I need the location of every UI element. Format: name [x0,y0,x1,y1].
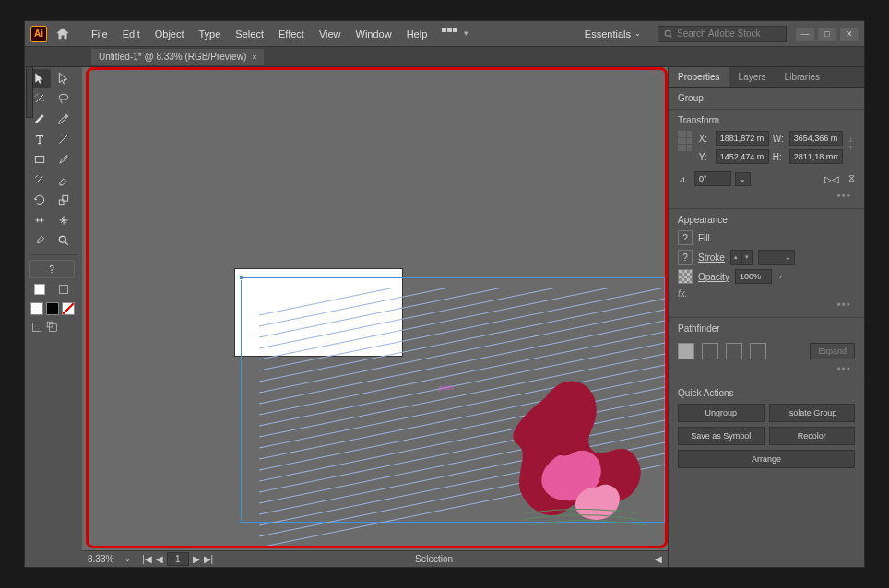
arrange-docs-icon[interactable] [442,28,460,41]
flip-h-icon[interactable]: ▷◁ [824,174,839,184]
flip-v-icon[interactable]: ⧖ [848,173,855,184]
stroke-weight-stepper[interactable]: ▴▾ [730,250,753,265]
stroke-weight-dropdown[interactable]: ⌄ [758,250,795,265]
lasso-tool[interactable] [53,89,75,108]
rotate-tool[interactable] [29,191,51,209]
menu-window[interactable]: Window [349,25,399,43]
eraser-tool[interactable] [53,171,75,189]
selection-section: Group [669,88,864,110]
opacity-chevron-icon[interactable]: › [777,271,784,283]
none-swatch[interactable] [62,302,75,315]
link-wh-icon[interactable] [847,131,855,157]
line-tool[interactable] [53,130,75,148]
edit-toolbar[interactable]: ? [29,260,75,278]
stroke-label[interactable]: Stroke [698,253,725,263]
recolor-button[interactable]: Recolor [769,427,856,445]
minimize-button[interactable]: — [796,28,814,41]
app-logo[interactable]: Ai [30,26,47,42]
eyedropper-tool[interactable] [29,231,51,250]
workspace-switcher[interactable]: Essentials ⌄ [577,29,648,40]
gradient-swatch[interactable] [46,302,59,315]
close-button[interactable]: ✕ [840,28,859,41]
artboard-nav: |◀ ◀ 1 ▶ ▶| [142,552,213,566]
free-transform-tool[interactable] [53,211,75,229]
fill-swatch[interactable]: ? [678,230,693,245]
search-icon [664,29,673,39]
home-icon[interactable] [54,26,71,42]
y-input[interactable] [716,149,769,164]
search-input[interactable]: Search Adobe Stock [658,26,787,42]
artboard-number[interactable]: 1 [167,552,189,566]
menu-file[interactable]: File [84,25,115,43]
draw-normal[interactable] [30,321,43,334]
canvas-area[interactable]: path 8.33% ⌄ |◀ ◀ 1 ▶ ▶| Selection ◀ [82,67,668,567]
status-mode: Selection [415,554,453,564]
maximize-button[interactable]: □ [818,28,836,41]
first-artboard[interactable]: |◀ [142,554,152,564]
properties-panel: Properties Layers Libraries Group Transf… [668,67,864,567]
document-tab[interactable]: Untitled-1* @ 8.33% (RGB/Preview) × [91,49,264,65]
expand-button: Expand [810,343,855,359]
minus-front-icon[interactable] [702,343,718,359]
more-options-icon[interactable]: ••• [678,190,855,203]
selection-anchor[interactable] [239,276,243,280]
curvature-tool[interactable] [53,110,75,128]
draw-behind[interactable] [46,321,59,334]
shaper-tool[interactable] [29,171,51,189]
h-input[interactable] [789,149,843,164]
opacity-input[interactable] [735,269,772,284]
transform-title: Transform [678,115,855,125]
menu-effect[interactable]: Effect [271,25,312,43]
arrange-button[interactable]: Arrange [678,450,855,468]
app-window: Ai File Edit Object Type Select Effect V… [24,20,865,568]
w-input[interactable] [789,131,843,146]
last-artboard[interactable]: ▶| [204,554,214,564]
chevron-down-icon[interactable]: ⌄ [735,172,751,186]
stroke-swatch[interactable]: ? [678,250,693,265]
zoom-tool[interactable] [53,231,75,250]
scroll-left[interactable]: ◀ [655,554,662,564]
x-input[interactable] [716,131,769,146]
menu-object[interactable]: Object [148,25,192,43]
direct-selection-tool[interactable] [53,69,75,88]
reference-point[interactable] [678,131,692,151]
prev-artboard[interactable]: ◀ [156,554,163,564]
save-symbol-button[interactable]: Save as Symbol [678,427,765,445]
collapsed-panel-bar[interactable] [26,66,33,118]
more-options-icon[interactable]: ••• [678,363,855,376]
unite-icon[interactable] [678,343,694,359]
default-fill-stroke[interactable] [53,280,75,299]
quick-actions-title: Quick Actions [678,388,855,398]
more-options-icon[interactable]: ••• [678,299,855,312]
rectangle-tool[interactable] [29,150,51,169]
ungroup-button[interactable]: Ungroup [678,404,765,422]
document-title: Untitled-1* @ 8.33% (RGB/Preview) [99,52,246,62]
menu-view[interactable]: View [312,25,349,43]
opacity-swatch[interactable] [678,269,693,284]
menu-type[interactable]: Type [192,25,229,43]
opacity-label[interactable]: Opacity [698,272,729,282]
svg-line-14 [259,288,665,359]
isolate-group-button[interactable]: Isolate Group [769,404,856,422]
width-tool[interactable] [29,211,51,229]
menu-help[interactable]: Help [399,25,435,43]
chevron-down-icon[interactable]: ⌄ [124,555,131,563]
tab-layers[interactable]: Layers [729,67,776,87]
tab-properties[interactable]: Properties [669,67,729,87]
fx-label[interactable]: fx. [678,288,855,299]
h-label: H: [773,152,786,162]
fill-stroke-swap[interactable] [29,280,51,299]
brush-tool[interactable] [53,150,75,169]
zoom-level[interactable]: 8.33% [88,554,113,564]
menu-select[interactable]: Select [228,25,271,43]
close-tab-icon[interactable]: × [252,53,256,62]
angle-input[interactable] [694,171,731,186]
scale-tool[interactable] [53,191,75,209]
tab-libraries[interactable]: Libraries [776,67,829,87]
exclude-icon[interactable] [750,343,766,359]
color-swatch[interactable] [30,302,43,315]
next-artboard[interactable]: ▶ [193,554,200,564]
menu-edit[interactable]: Edit [115,25,148,43]
intersect-icon[interactable] [726,343,742,359]
type-tool[interactable] [29,130,51,148]
